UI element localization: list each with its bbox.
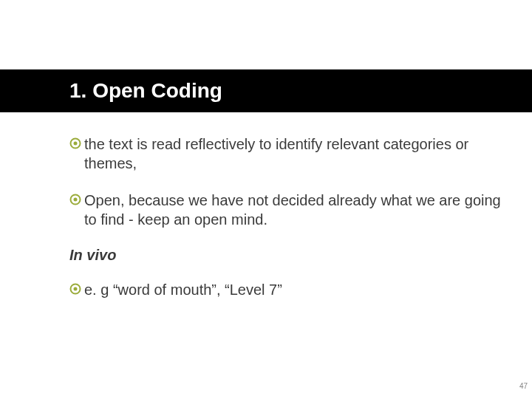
- bullet-item: Open, because we have not decided alread…: [69, 191, 502, 229]
- title-bar: 1. Open Coding: [0, 69, 532, 112]
- bullet-text: e. g “word of mouth”, “Level 7”: [84, 280, 282, 299]
- svg-point-5: [74, 287, 78, 291]
- page-number: 47: [519, 382, 528, 390]
- bullet-text: Open, because we have not decided alread…: [84, 191, 502, 229]
- svg-point-1: [74, 142, 78, 146]
- bullet-item: e. g “word of mouth”, “Level 7”: [69, 280, 502, 299]
- target-bullet-icon: [69, 283, 81, 295]
- slide-title: 1. Open Coding: [69, 79, 222, 103]
- subheading-in-vivo: In vivo: [69, 247, 502, 264]
- svg-point-3: [74, 198, 78, 202]
- target-bullet-icon: [69, 194, 81, 205]
- bullet-item: the text is read reflectively to identif…: [69, 134, 502, 173]
- content-area: the text is read reflectively to identif…: [69, 134, 502, 317]
- target-bullet-icon: [69, 137, 81, 149]
- slide: 1. Open Coding the text is read reflecti…: [0, 0, 532, 399]
- bullet-text: the text is read reflectively to identif…: [84, 134, 502, 173]
